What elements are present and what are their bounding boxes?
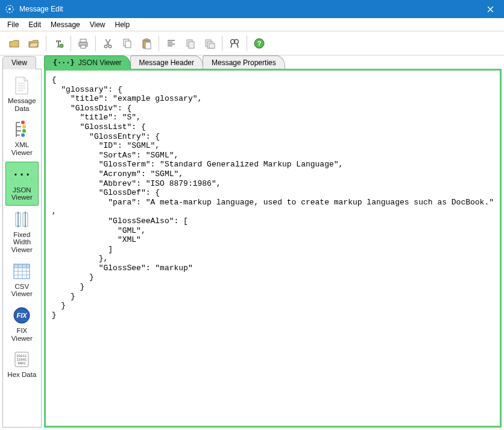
svg-rect-5 <box>81 45 86 48</box>
sidebar-item-hex-data[interactable]: 01011110010001 Hex Data <box>5 347 39 382</box>
content-tabstrip: {···} JSON Viewer Message Header Message… <box>44 55 502 69</box>
json-braces-icon: {···} <box>53 58 75 67</box>
toolbar-separator <box>46 36 46 51</box>
sidebar-tab-header: View <box>2 55 42 69</box>
sidebar: View Message Data XML Viewer <box>2 55 42 428</box>
menu-message[interactable]: Message <box>46 19 85 30</box>
tab-label: Message Properties <box>212 58 276 67</box>
fix-icon: FIX <box>11 305 32 326</box>
svg-point-7 <box>109 45 112 48</box>
svg-point-6 <box>104 45 107 48</box>
tab-message-properties[interactable]: Message Properties <box>203 55 285 69</box>
open-file-1-button[interactable] <box>5 34 24 52</box>
sidebar-item-csv-viewer[interactable]: CSV Viewer <box>5 259 39 302</box>
sidebar-item-message-data[interactable]: Message Data <box>5 73 39 116</box>
toolbar-separator <box>71 36 71 51</box>
sidebar-body: Message Data XML Viewer {···} JSON Viewe… <box>2 69 42 428</box>
menu-edit[interactable]: Edit <box>24 19 46 30</box>
sidebar-item-label: Hex Data <box>7 371 37 379</box>
menu-file[interactable]: File <box>2 19 24 30</box>
tab-message-header[interactable]: Message Header <box>130 55 203 69</box>
toolbar-separator <box>222 36 222 51</box>
svg-text:?: ? <box>257 40 262 47</box>
tab-label: Message Header <box>139 58 194 67</box>
svg-text:0001: 0001 <box>18 361 26 365</box>
toolbar-separator <box>247 36 247 51</box>
svg-rect-3 <box>80 39 86 42</box>
tab-label: JSON Viewer <box>78 58 122 67</box>
close-button[interactable] <box>477 0 504 18</box>
svg-rect-9 <box>125 41 131 48</box>
tab-json-viewer[interactable]: {···} JSON Viewer <box>44 55 131 69</box>
text-tool-button[interactable] <box>49 34 68 52</box>
sidebar-item-label: FIX Viewer <box>7 327 37 342</box>
content-body[interactable]: { "glossary": { "title": "example glossa… <box>44 69 502 428</box>
svg-rect-30 <box>14 264 30 268</box>
menubar: File Edit Message View Help <box>0 18 504 31</box>
sidebar-item-label: Message Data <box>7 97 37 112</box>
json-content[interactable]: { "glossary": { "title": "example glossa… <box>46 71 500 324</box>
sidebar-item-xml-viewer[interactable]: XML Viewer <box>5 117 39 160</box>
paste-button[interactable] <box>137 34 156 52</box>
sidebar-item-fixed-width-viewer[interactable]: Fixed Width Viewer <box>5 207 39 258</box>
hex-icon: 01011110010001 <box>11 349 32 370</box>
sidebar-item-label: Fixed Width Viewer <box>7 231 37 254</box>
xml-icon <box>11 119 32 140</box>
indent-right-button[interactable] <box>201 34 219 52</box>
fixedwidth-icon <box>11 209 32 230</box>
toolbar-separator <box>159 36 159 51</box>
open-file-2-button[interactable] <box>25 34 43 52</box>
json-icon: {···} <box>11 165 32 185</box>
sidebar-item-label: JSON Viewer <box>7 186 37 201</box>
app-icon <box>5 4 14 14</box>
menu-view[interactable]: View <box>85 19 110 30</box>
titlebar: Message Edit <box>0 0 504 18</box>
help-button[interactable]: ? <box>250 34 268 52</box>
cut-button[interactable] <box>99 34 117 52</box>
document-icon <box>11 75 32 96</box>
svg-point-2 <box>60 44 63 48</box>
svg-point-1 <box>8 8 11 10</box>
toolbar-separator <box>95 36 96 51</box>
csv-icon <box>11 261 32 282</box>
workspace: View Message Data XML Viewer <box>2 55 502 428</box>
svg-point-22 <box>21 121 25 124</box>
svg-point-25 <box>21 133 25 137</box>
find-button[interactable] <box>225 34 244 52</box>
align-button[interactable] <box>162 34 180 52</box>
window-title: Message Edit <box>19 5 477 13</box>
sidebar-item-json-viewer[interactable]: {···} JSON Viewer <box>5 162 39 206</box>
print-button[interactable] <box>74 34 92 52</box>
svg-text:FIX: FIX <box>17 312 28 319</box>
sidebar-tab-view[interactable]: View <box>2 56 36 69</box>
indent-left-button[interactable] <box>181 34 200 52</box>
svg-rect-14 <box>189 42 194 48</box>
svg-rect-12 <box>145 42 151 49</box>
svg-text:{···}: {···} <box>11 169 32 181</box>
menu-help[interactable]: Help <box>110 19 135 30</box>
sidebar-item-label: CSV Viewer <box>7 283 37 298</box>
window-buttons <box>477 0 504 18</box>
svg-rect-17 <box>209 43 215 48</box>
toolbar: ? <box>0 31 504 55</box>
sidebar-item-label: XML Viewer <box>7 141 37 156</box>
svg-point-23 <box>22 125 26 128</box>
sidebar-item-fix-viewer[interactable]: FIX FIX Viewer <box>5 303 39 346</box>
svg-point-24 <box>22 129 26 133</box>
svg-rect-11 <box>145 39 148 40</box>
copy-button[interactable] <box>118 34 136 52</box>
content-area: {···} JSON Viewer Message Header Message… <box>44 55 502 428</box>
